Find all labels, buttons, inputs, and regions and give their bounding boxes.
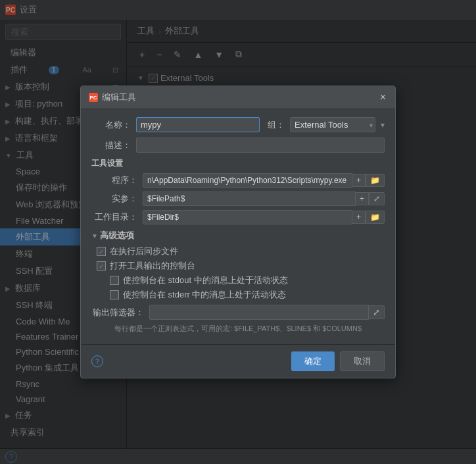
stderr-label: 使控制台在 stderr 中的消息上处于活动状态 <box>123 289 286 301</box>
workdir-row: 工作目录： + 📁 <box>91 210 385 224</box>
args-row: 实参： + ⤢ <box>91 192 385 206</box>
program-folder-btn[interactable]: 📁 <box>366 174 385 187</box>
advanced-section: ▼ 高级选项 ✓ 在执行后同步文件 ✓ 打开工具输出的控制台 使控制台在 std… <box>91 230 385 301</box>
sync-label: 在执行后同步文件 <box>110 245 178 257</box>
tool-settings-label: 工具设置 <box>91 158 385 169</box>
dialog-footer: ? 确定 取消 <box>81 344 395 378</box>
dialog-title-text: 编辑工具 <box>102 91 136 103</box>
stderr-checkbox-row: 使控制台在 stderr 中的消息上处于活动状态 <box>91 289 385 301</box>
name-input[interactable] <box>136 117 260 132</box>
args-plus-btn[interactable]: + <box>356 192 369 205</box>
group-select[interactable]: External Tools <box>290 117 375 132</box>
dialog-icon: PC <box>89 93 98 102</box>
program-row: 程序： + 📁 <box>91 173 385 188</box>
console-checkbox-row: ✓ 打开工具输出的控制台 <box>91 260 385 272</box>
output-filter-expand-btn[interactable]: ⤢ <box>369 305 385 319</box>
edit-tool-dialog: PC 编辑工具 × 名称： 组： External Tools ▾ <box>80 86 396 378</box>
desc-label: 描述： <box>91 140 131 151</box>
workdir-plus-btn[interactable]: + <box>352 211 366 224</box>
stdout-checkbox-row: 使控制台在 stdout 中的消息上处于活动状态 <box>91 274 385 286</box>
sync-checkbox-row: ✓ 在执行后同步文件 <box>91 245 385 257</box>
desc-input[interactable] <box>136 138 385 153</box>
hint-text: 每行都是一个正则表达式，可用的宏: $FILE_PATH$、$LINE$ 和 $… <box>91 324 385 334</box>
stdout-checkbox[interactable] <box>110 276 119 285</box>
footer-help-button[interactable]: ? <box>91 355 103 367</box>
group-label: 组： <box>265 119 285 131</box>
name-group-row: 名称： 组： External Tools ▾ <box>91 117 385 132</box>
desc-row: 描述： <box>91 138 385 153</box>
args-expand-btn[interactable]: ⤢ <box>369 192 385 205</box>
group-dropdown-icon[interactable]: ▾ <box>381 120 385 130</box>
program-input[interactable] <box>143 173 352 188</box>
program-plus-btn[interactable]: + <box>352 174 366 187</box>
console-checkbox[interactable]: ✓ <box>97 261 106 271</box>
ok-button[interactable]: 确定 <box>291 351 335 371</box>
output-filter-input[interactable] <box>149 305 369 320</box>
output-filter-row: 输出筛选器： ⤢ <box>91 305 385 320</box>
workdir-label: 工作目录： <box>91 211 137 223</box>
workdir-input[interactable] <box>143 210 352 224</box>
dialog-titlebar: PC 编辑工具 × <box>81 86 395 109</box>
modal-overlay: PC 编辑工具 × 名称： 组： External Tools ▾ <box>0 0 476 464</box>
name-label: 名称： <box>91 119 131 131</box>
dialog-body: 名称： 组： External Tools ▾ 描述： 工具设置 程序： <box>81 109 395 344</box>
args-input[interactable] <box>143 192 356 206</box>
sync-checkbox[interactable]: ✓ <box>97 247 106 256</box>
stdout-label: 使控制台在 stdout 中的消息上处于活动状态 <box>123 274 288 286</box>
program-label: 程序： <box>91 174 137 186</box>
workdir-folder-btn[interactable]: 📁 <box>366 211 385 224</box>
output-filter-label: 输出筛选器： <box>91 307 144 319</box>
dialog-close-button[interactable]: × <box>379 91 387 103</box>
cancel-button[interactable]: 取消 <box>340 351 385 371</box>
args-label: 实参： <box>91 193 137 205</box>
advanced-label: ▼ 高级选项 <box>91 230 385 242</box>
stderr-checkbox[interactable] <box>110 290 119 299</box>
console-label: 打开工具输出的控制台 <box>110 260 195 272</box>
